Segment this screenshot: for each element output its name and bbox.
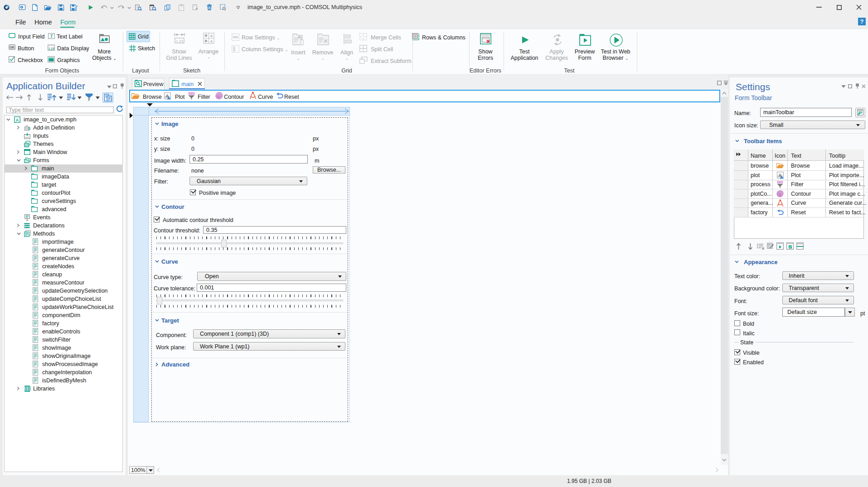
svg-text:A: A xyxy=(16,118,19,122)
svg-text:T: T xyxy=(50,34,53,39)
svg-text:OK: OK xyxy=(10,46,15,49)
svg-text:1.23: 1.23 xyxy=(176,39,183,43)
svg-text:1.23: 1.23 xyxy=(48,47,54,50)
